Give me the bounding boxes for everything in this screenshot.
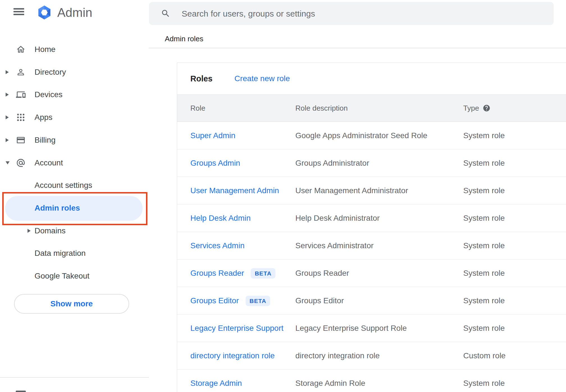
sidebar-item-label: Account settings [35,181,92,190]
search-icon [161,9,170,18]
sidebar-item-label: Admin roles [35,204,80,213]
role-cell: User Management Admin [190,177,279,204]
home-icon [16,45,26,54]
column-header-description: Role description [295,95,348,122]
sidebar-item-home[interactable]: Home [0,38,149,61]
sidebar-item-account-settings[interactable]: Account settings [0,174,149,197]
role-cell: Groups EditorBETA [190,287,270,314]
role-cell: Help Desk Admin [190,204,251,232]
role-description: Groups Administrator [295,149,369,177]
role-type: System role [463,314,505,342]
chevron-right-icon[interactable] [28,229,31,233]
role-description: Google Apps Administrator Seed Role [295,122,427,149]
role-description: Help Desk Administrator [295,204,380,232]
sidebar-item-label: Billing [35,136,56,145]
role-cell: Legacy Enterprise Support [190,314,284,342]
role-type: System role [463,122,505,149]
role-type: System role [463,287,505,314]
role-link[interactable]: Groups Admin [190,159,240,168]
sidebar-item-label: Google Takeout [35,272,90,281]
show-more-button[interactable]: Show more [14,294,129,314]
sidebar-item-apps[interactable]: Apps [0,106,149,129]
role-description: Groups Editor [295,287,344,314]
chevron-right-icon[interactable] [6,70,9,74]
create-new-role-link[interactable]: Create new role [234,63,290,94]
roles-card: Roles Create new role Role Role descript… [177,63,566,392]
role-link[interactable]: User Management Admin [190,186,279,195]
card-title: Roles [190,63,213,94]
sidebar-item-admin-roles[interactable]: Admin roles [0,197,149,219]
table-row: User Management AdminUser Management Adm… [177,177,566,204]
role-cell: Groups Admin [190,149,240,177]
role-link[interactable]: Super Admin [190,131,235,140]
table-row: directory integration roledirectory inte… [177,342,566,370]
role-link[interactable]: Groups Reader [190,269,244,278]
chevron-right-icon[interactable] [6,138,9,142]
sidebar-item-label: Apps [35,113,53,122]
header-divider [149,48,566,48]
table-header-row: Role Role description Type [177,94,566,122]
beta-badge: BETA [251,268,275,279]
role-link[interactable]: Services Admin [190,241,245,250]
devices-icon [16,90,26,99]
role-link[interactable]: directory integration role [190,351,275,360]
beta-badge: BETA [246,296,270,306]
table-row: Groups EditorBETAGroups EditorSystem rol… [177,287,566,314]
sidebar-item-domains[interactable]: Domains [0,220,149,242]
help-icon[interactable] [483,104,490,112]
chevron-right-icon[interactable] [6,93,9,97]
role-description: Storage Admin Role [295,370,365,392]
role-type: System role [463,149,505,177]
role-type: Custom role [463,342,506,370]
admin-logo[interactable]: Admin [36,4,92,20]
role-link[interactable]: Groups Editor [190,296,239,305]
chevron-down-icon[interactable] [6,161,10,165]
search-bar[interactable] [149,2,554,25]
table-row: Groups AdminGroups AdministratorSystem r… [177,149,566,177]
admin-hexagon-icon [36,4,53,20]
table-row: Help Desk AdminHelp Desk AdministratorSy… [177,204,566,232]
table-row: Super AdminGoogle Apps Administrator See… [177,122,566,149]
role-type: System role [463,177,505,204]
at-sign-icon [16,158,26,168]
role-link[interactable]: Help Desk Admin [190,214,251,223]
role-description: Legacy Enterprise Support Role [295,314,407,342]
sidebar-item-label: Home [35,45,56,54]
role-link[interactable]: Legacy Enterprise Support [190,324,284,333]
role-cell: Super Admin [190,122,235,149]
chevron-right-icon[interactable] [6,115,9,119]
role-description: Services Administrator [295,232,374,259]
search-input[interactable] [181,2,547,26]
role-type: System role [463,204,505,232]
role-description: directory integration role [295,342,380,370]
sidebar-item-label: Domains [35,226,65,235]
role-cell: Storage Admin [190,370,242,392]
role-description: Groups Reader [295,259,349,287]
role-type: System role [463,232,505,259]
sidebar-item-google-takeout[interactable]: Google Takeout [0,265,149,287]
sidebar-item-label: Data migration [35,249,86,258]
sidebar-item-billing[interactable]: Billing [0,129,149,151]
sidebar-item-data-migration[interactable]: Data migration [0,242,149,265]
role-description: User Management Administrator [295,177,408,204]
table-row: Services AdminServices AdministratorSyst… [177,232,566,259]
credit-card-icon [16,135,26,145]
app-title: Admin [57,4,92,20]
sidebar-item-label: Directory [35,68,66,77]
sidebar-item-directory[interactable]: Directory [0,61,149,83]
breadcrumb: Admin roles [165,33,203,44]
sidebar-bottom-divider [0,377,149,378]
role-cell: Groups ReaderBETA [190,259,275,287]
role-cell: Services Admin [190,232,245,259]
column-header-type: Type [463,95,479,122]
role-type: System role [463,370,505,392]
role-link[interactable]: Storage Admin [190,379,242,388]
sidebar-item-account[interactable]: Account [0,152,149,174]
table-row: Groups ReaderBETAGroups ReaderSystem rol… [177,259,566,287]
menu-icon[interactable] [13,8,24,15]
role-cell: directory integration role [190,342,275,370]
partial-sidebar-icon [16,391,26,392]
sidebar-nav: HomeDirectoryDevicesAppsBillingAccountAc… [0,27,149,392]
person-icon [16,67,26,77]
sidebar-item-devices[interactable]: Devices [0,83,149,106]
